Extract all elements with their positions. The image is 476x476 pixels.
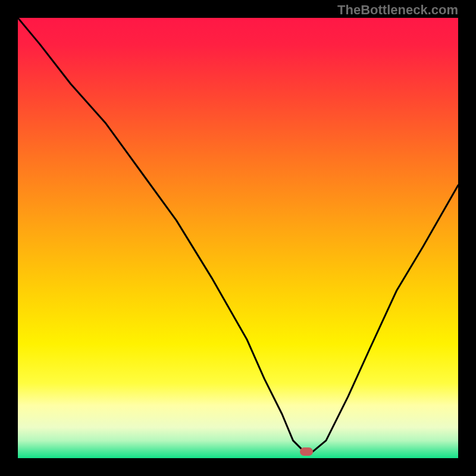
watermark-text: TheBottleneck.com (337, 2, 458, 18)
bottleneck-curve (18, 18, 458, 452)
curve-layer (18, 18, 458, 458)
plot-area (18, 18, 458, 458)
chart-frame: TheBottleneck.com (0, 0, 476, 476)
